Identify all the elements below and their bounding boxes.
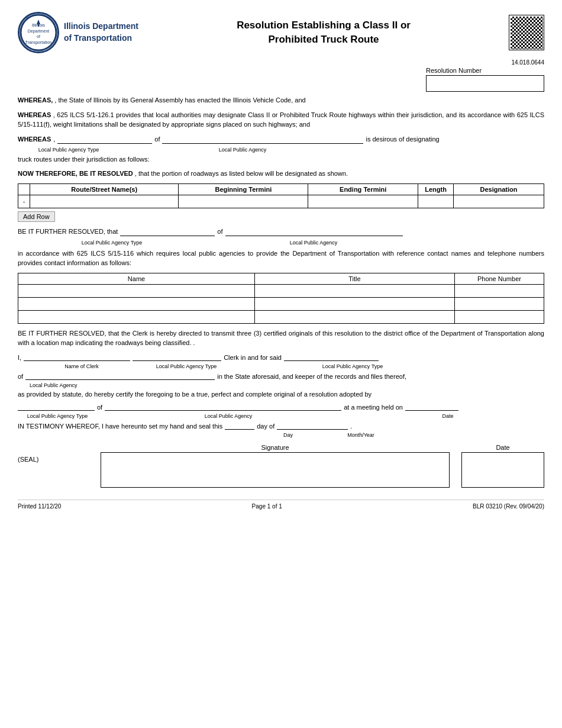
testimony-period: . [350, 423, 352, 430]
testimony-day-of: day of [257, 423, 274, 430]
clerk-lpa-type2-input[interactable] [284, 353, 379, 361]
whereas3-of: of [154, 134, 160, 144]
signature-col: Signature [101, 444, 450, 488]
whereas-1-section: WHEREAS, , the State of Illinois by its … [18, 95, 544, 105]
whereas3-lpa-input[interactable] [162, 136, 363, 144]
testimony-line: IN TESTIMONY WHEREOF, I have hereunto se… [18, 421, 544, 430]
clerk-name-input[interactable] [24, 353, 130, 361]
meeting-lpa-type-label: Local Public Agency Type [27, 413, 88, 419]
testimony-day-field [225, 421, 254, 430]
route-row-1-length[interactable] [418, 195, 454, 208]
idot-logo-circle: Illinois Department of Transportation [18, 12, 59, 53]
testimony-month-field [277, 421, 348, 430]
route-row-1-begin[interactable] [179, 195, 308, 208]
meeting-lpa-label: Local Public Agency [205, 413, 253, 419]
date-label: Date [461, 444, 544, 451]
whereas3-desirous: is desirous of designating [366, 134, 439, 144]
route-table-col-num [18, 183, 30, 195]
further-resolved-1-section: BE IT FURTHER RESOLVED, that of Local Pu… [18, 227, 544, 268]
further1-lpa-input[interactable] [225, 228, 403, 236]
meeting-lpa-input[interactable] [105, 402, 341, 411]
further-resolved-1-be-it: BE IT FURTHER RESOLVED, that [18, 227, 118, 237]
clerk-i: I, [18, 354, 21, 361]
meeting-date-input[interactable] [405, 402, 458, 411]
clerk-lpa-input[interactable] [25, 372, 215, 380]
clerk-name-label: Name of Clerk [64, 363, 99, 369]
further1-lpa-type-field [120, 228, 215, 236]
further1-lpa-field [225, 228, 403, 236]
further-resolved-2-section: BE IT FURTHER RESOLVED, that the Clerk i… [18, 328, 544, 348]
form-title: Resolution Establishing a Class II or Pr… [138, 18, 509, 47]
route-row-1-desig[interactable] [454, 195, 544, 208]
idot-logo-text: Illinois Department of Transportation [64, 21, 138, 44]
add-row-button[interactable]: Add Row [18, 211, 55, 222]
contact-row-3-title[interactable] [255, 310, 455, 323]
contact-row-1-title[interactable] [255, 284, 455, 297]
contact-row-3-phone[interactable] [454, 310, 544, 323]
contact-row-3-name[interactable] [18, 310, 255, 323]
meeting-date-label: Date [442, 413, 453, 419]
contact-table: Name Title Phone Number [18, 273, 544, 324]
testimony-day-input[interactable] [225, 421, 254, 430]
meeting-lpa-type-input[interactable] [18, 402, 95, 411]
contact-row-3 [18, 310, 544, 323]
whereas-3-section: WHEREAS , of is desirous of designating … [18, 134, 544, 165]
clerk-lpa-type-field [133, 353, 221, 361]
form-number: 14.018.0644 [426, 59, 544, 66]
meeting-lpa-field [105, 402, 341, 411]
clerk-lpa-type2-field [284, 353, 379, 361]
clerk-lpa-type2-label: Local Public Agency Type [322, 363, 383, 369]
route-table-col-end: Ending Termini [308, 183, 418, 195]
contact-row-2-title[interactable] [255, 297, 455, 310]
whereas3-bold: WHEREAS [18, 134, 51, 144]
now-therefore-text: , that the portion of roadways as listed… [135, 170, 348, 177]
route-table: Route/Street Name(s) Beginning Termini E… [18, 183, 544, 208]
whereas1-bold: WHEREAS, [18, 96, 53, 104]
whereas1-text: , the State of Illinois by its General A… [54, 96, 305, 104]
svg-rect-6 [38, 24, 39, 27]
route-row-1-minus[interactable]: - [18, 195, 30, 208]
route-row-1-end[interactable] [308, 195, 418, 208]
footer-page: Page 1 of 1 [252, 503, 282, 510]
whereas2-bold: WHEREAS [18, 111, 51, 118]
clerk-lpa-label: Local Public Agency [30, 382, 77, 388]
qr-code [509, 15, 544, 50]
svg-text:of: of [37, 34, 40, 38]
svg-text:Transportation: Transportation [25, 40, 52, 45]
further1-lpa-type-input[interactable] [120, 228, 215, 236]
route-table-row-1: - [18, 195, 544, 208]
contact-col-title: Title [255, 273, 455, 284]
further1-lpa-label: Local Public Agency [290, 240, 338, 246]
resolution-number-label: Resolution Number [426, 67, 544, 74]
page-footer: Printed 11/12/20 Page 1 of 1 BLR 03210 (… [18, 500, 544, 510]
date-box[interactable] [461, 452, 544, 488]
contact-col-name: Name [18, 273, 255, 284]
meeting-of: of [97, 404, 102, 411]
testimony-month-label: Month/Year [347, 432, 374, 438]
clerk-lpa-type-label: Local Public Agency Type [156, 363, 217, 369]
meeting-date-field [405, 402, 458, 411]
resolution-number-input[interactable] [426, 75, 544, 92]
route-table-col-length: Length [418, 183, 454, 195]
meeting-lpa-type-field [18, 402, 95, 411]
svg-text:Department: Department [28, 29, 50, 34]
whereas3-lpa-type-label: Local Public Agency Type [38, 147, 99, 153]
contact-row-2-phone[interactable] [454, 297, 544, 310]
seal-label: (SEAL) [18, 456, 38, 463]
whereas3-truck-routes: truck routes under their jurisdiction as… [18, 154, 544, 165]
contact-row-1-phone[interactable] [454, 284, 544, 297]
whereas3-comma: , [53, 134, 55, 144]
date-col: Date [461, 444, 544, 488]
contact-row-1-name[interactable] [18, 284, 255, 297]
whereas3-lpa-type-input[interactable] [57, 136, 152, 144]
contact-row-2 [18, 297, 544, 310]
testimony-month-input[interactable] [277, 421, 348, 430]
contact-row-2-name[interactable] [18, 297, 255, 310]
clerk-in-for: Clerk in and for said [224, 354, 282, 361]
signature-box[interactable] [101, 452, 450, 488]
route-row-1-name[interactable] [30, 195, 179, 208]
whereas3-lpa-field [162, 136, 363, 144]
clerk-lpa-type-input[interactable] [133, 353, 221, 361]
signature-section: (SEAL) Signature Date [18, 444, 544, 488]
meeting-at: at a meeting held on [344, 404, 403, 411]
